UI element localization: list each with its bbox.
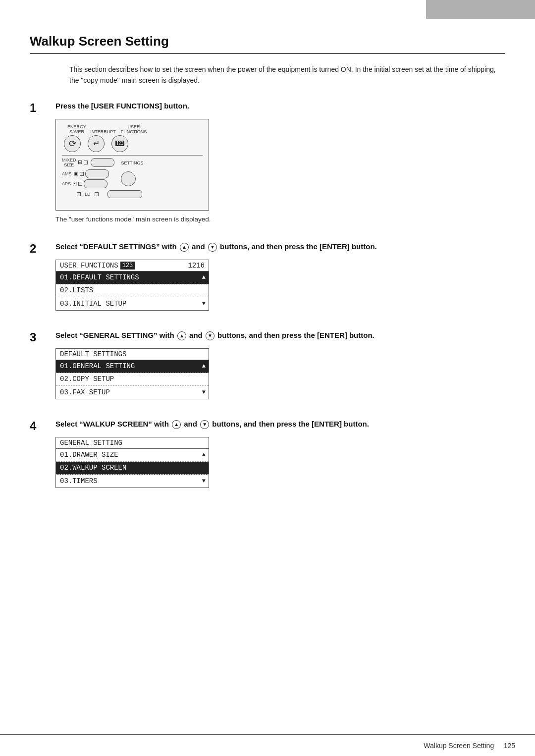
user-functions-label: USERFUNCTIONS [118, 124, 149, 134]
ld-slider[interactable] [107, 190, 142, 198]
step4-arrow-up-icon: ▲ [172, 420, 181, 429]
arrow-down-icon: ▼ [208, 243, 217, 252]
mixed-size-label: MIXEDSIZE [62, 158, 76, 167]
lcd-screen-1: USER FUNCTIONS 123 1216 01.DEFAULT SETTI… [55, 260, 209, 311]
lcd1-row-1: 01.DEFAULT SETTINGS ▲ [56, 271, 209, 284]
lcd1-arrow-down: ▼ [202, 300, 206, 307]
lcd2-header-row: DEFAULT SETTINGS [56, 349, 209, 360]
step-3-instruction: Select “GENERAL SETTING” with ▲ and ▼ bu… [55, 329, 505, 341]
lcd2-row2-text: 02.COPY SETUP [60, 375, 114, 383]
lcd3-arrow-down: ▼ [202, 478, 206, 485]
lcd1-header-text: USER FUNCTIONS [60, 262, 118, 270]
step-3: 3 Select “GENERAL SETTING” with ▲ and ▼ … [30, 329, 505, 404]
aps-dot [78, 182, 82, 186]
top-decorative-bar [426, 0, 535, 19]
settings-label: SETTINGS [121, 161, 144, 165]
step-2-content: Select “DEFAULT SETTINGS” with ▲ and ▼ b… [55, 241, 505, 316]
step-3-and: and [189, 331, 203, 339]
step-4-and: and [184, 420, 197, 428]
step-1-note: The "user functions mode" main screen is… [55, 216, 505, 223]
lcd3-row2-text: 02.WALKUP SCREEN [60, 464, 126, 472]
step-3-number: 3 [30, 329, 55, 344]
lcd2-row1-text: 01.GENERAL SETTING [60, 362, 135, 370]
aps-label: APS [62, 181, 71, 186]
lcd1-row-3: 03.INITIAL SETUP ▼ [56, 297, 209, 310]
panel-image: ENERGYSAVER INTERRUPT USERFUNCTIONS ⟳ ↵ … [55, 119, 209, 211]
main-content: Walkup Screen Setting This section descr… [0, 19, 535, 734]
settings-round-button[interactable] [121, 171, 136, 186]
energy-saver-button[interactable]: ⟳ [64, 135, 81, 152]
lcd1-row2-text: 02.LISTS [60, 286, 93, 294]
lcd3-row-2: 02.WALKUP SCREEN [56, 462, 209, 475]
interrupt-label: INTERRUPT [88, 129, 118, 134]
arrow-up-icon: ▲ [180, 243, 189, 252]
lcd2-header-text: DEFAULT SETTINGS [60, 350, 126, 358]
footer-page-number: 125 [504, 742, 515, 750]
lcd2-arrow-down: ▼ [202, 389, 206, 396]
intro-paragraph: This section describes how to set the sc… [69, 64, 505, 86]
lcd-screen-3: GENERAL SETTING 01.DRAWER SIZE ▲ 02.WALK… [55, 437, 209, 488]
lcd2-row-1: 01.GENERAL SETTING ▲ [56, 360, 209, 373]
footer-section-name: Walkup Screen Setting [424, 742, 494, 750]
footer-bar: Walkup Screen Setting 125 [0, 734, 535, 756]
step-2-number: 2 [30, 241, 55, 256]
ams-dot [80, 172, 84, 176]
lcd1-arrow-up: ▲ [202, 274, 206, 281]
lcd3-row3-text: 03.TIMERS [60, 477, 98, 485]
lcd1-row1-text: 01.DEFAULT SETTINGS [60, 273, 139, 281]
lcd1-row-2: 02.LISTS [56, 284, 209, 297]
ams-label: AMS [62, 171, 72, 176]
lcd1-badge: 123 [120, 262, 135, 270]
step-2: 2 Select “DEFAULT SETTINGS” with ▲ and ▼… [30, 241, 505, 316]
mixed-size-dot [84, 161, 88, 164]
lcd2-arrow-up: ▲ [202, 363, 206, 370]
lcd1-header-row: USER FUNCTIONS 123 1216 [56, 260, 209, 271]
footer-text: Walkup Screen Setting 125 [424, 742, 515, 750]
ld-dot-left [77, 192, 81, 196]
aps-rect-button[interactable] [84, 179, 107, 188]
step-4-instruction: Select “WALKUP SCREEN” with ▲ and ▼ butt… [55, 418, 505, 430]
lcd2-row3-text: 03.FAX SETUP [60, 388, 110, 396]
lcd3-row-1: 01.DRAWER SIZE ▲ [56, 449, 209, 462]
step-1: 1 Press the [USER FUNCTIONS] button. ENE… [30, 100, 505, 227]
ld-dot-right [95, 192, 99, 196]
step-4-content: Select “WALKUP SCREEN” with ▲ and ▼ butt… [55, 418, 505, 493]
lcd3-header-row: GENERAL SETTING [56, 437, 209, 449]
step3-arrow-down-icon: ▼ [206, 331, 214, 340]
mixed-size-rect-button[interactable] [91, 158, 114, 167]
step3-arrow-up-icon: ▲ [177, 331, 186, 340]
energy-saver-label: ENERGYSAVER [66, 124, 88, 134]
lcd3-header-text: GENERAL SETTING [60, 439, 122, 447]
interrupt-button[interactable]: ↵ [88, 135, 105, 152]
ld-label: LD [85, 192, 91, 197]
step-4-number: 4 [30, 418, 55, 433]
step-1-instruction: Press the [USER FUNCTIONS] button. [55, 100, 505, 112]
ams-rect-button[interactable] [85, 169, 109, 178]
step-1-content: Press the [USER FUNCTIONS] button. ENERG… [55, 100, 505, 227]
step-3-content: Select “GENERAL SETTING” with ▲ and ▼ bu… [55, 329, 505, 404]
user-functions-button[interactable]: 123 [111, 135, 128, 152]
lcd3-row-3: 03.TIMERS ▼ [56, 475, 209, 487]
lcd1-page-num: 1216 [188, 262, 205, 270]
lcd1-row3-text: 03.INITIAL SETUP [60, 300, 126, 308]
step-2-and: and [192, 242, 205, 251]
lcd2-row-2: 02.COPY SETUP [56, 373, 209, 386]
step-1-number: 1 [30, 100, 55, 115]
page-title: Walkup Screen Setting [30, 34, 505, 54]
step4-arrow-down-icon: ▼ [200, 420, 209, 429]
lcd3-arrow-up: ▲ [202, 451, 206, 458]
lcd-screen-2: DEFAULT SETTINGS 01.GENERAL SETTING ▲ 02… [55, 348, 209, 399]
step-4: 4 Select “WALKUP SCREEN” with ▲ and ▼ bu… [30, 418, 505, 493]
step-2-instruction: Select “DEFAULT SETTINGS” with ▲ and ▼ b… [55, 241, 505, 253]
lcd2-row-3: 03.FAX SETUP ▼ [56, 386, 209, 399]
lcd3-row1-text: 01.DRAWER SIZE [60, 451, 118, 459]
